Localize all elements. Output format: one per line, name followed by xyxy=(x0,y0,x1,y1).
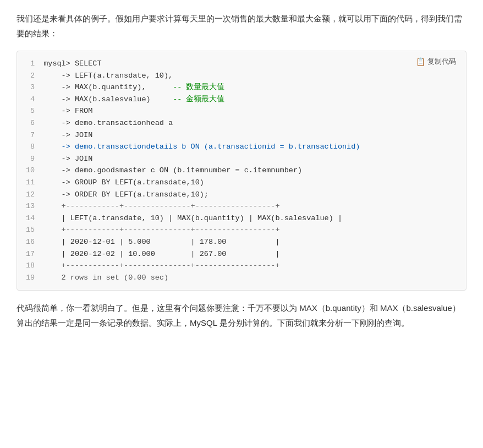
line-number: 16 xyxy=(17,236,41,248)
code-line: 13 +------------+---------------+-------… xyxy=(17,200,466,212)
code-line: 14 | LEFT(a.transdate, 10) | MAX(b.quant… xyxy=(17,212,466,225)
line-number: 2 xyxy=(17,70,41,82)
code-line: 6 -> demo.transactionhead a xyxy=(17,117,466,129)
line-content: | 2020-12-01 | 5.000 | 178.00 | xyxy=(41,236,466,248)
line-content: -> JOIN xyxy=(41,129,466,141)
code-line: 2 -> LEFT(a.transdate, 10), xyxy=(17,70,466,82)
line-number: 18 xyxy=(17,260,41,272)
line-content: mysql> SELECT xyxy=(41,58,466,70)
line-content: 2 rows in set (0.00 sec) xyxy=(41,272,466,284)
code-line: 9 -> JOIN xyxy=(17,153,466,165)
copy-button[interactable]: 📋 复制代码 xyxy=(413,56,459,68)
line-content: -> demo.goodsmaster c ON (b.itemnumber =… xyxy=(41,165,466,177)
code-line: 11 -> GROUP BY LEFT(a.transdate,10) xyxy=(17,177,466,189)
code-line: 1mysql> SELECT xyxy=(17,58,466,70)
code-line: 16 | 2020-12-01 | 5.000 | 178.00 | xyxy=(17,236,466,248)
line-content: -> demo.transactiondetails b ON (a.trans… xyxy=(41,141,466,153)
line-content: -> demo.transactionhead a xyxy=(41,117,466,129)
line-content: | 2020-12-02 | 10.000 | 267.00 | xyxy=(41,248,466,260)
line-number: 10 xyxy=(17,165,41,177)
code-line: 19 2 rows in set (0.00 sec) xyxy=(17,272,466,284)
line-number: 6 xyxy=(17,117,41,129)
copy-icon: 📋 xyxy=(416,57,425,66)
line-content: +------------+---------------+----------… xyxy=(41,224,466,236)
line-number: 12 xyxy=(17,189,41,201)
code-block: 📋 复制代码 1mysql> SELECT2 -> LEFT(a.transda… xyxy=(17,51,466,291)
outro-paragraph: 代码很简单，你一看就明白了。但是，这里有个问题你要注意：千万不要以为 MAX（b… xyxy=(17,301,466,330)
line-content: | LEFT(a.transdate, 10) | MAX(b.quantity… xyxy=(41,212,466,225)
line-number: 7 xyxy=(17,129,41,141)
line-content: -> JOIN xyxy=(41,153,466,165)
line-content: -> FROM xyxy=(41,105,466,117)
code-line: 7 -> JOIN xyxy=(17,129,466,141)
line-number: 3 xyxy=(17,81,41,94)
line-number: 11 xyxy=(17,177,41,189)
line-number: 4 xyxy=(17,94,41,106)
copy-label: 复制代码 xyxy=(427,57,456,67)
line-number: 17 xyxy=(17,248,41,260)
line-number: 14 xyxy=(17,212,41,225)
line-number: 5 xyxy=(17,105,41,117)
code-table: 1mysql> SELECT2 -> LEFT(a.transdate, 10)… xyxy=(17,58,466,283)
line-number: 9 xyxy=(17,153,41,165)
line-number: 1 xyxy=(17,58,41,70)
intro-paragraph: 我们还是来看具体的例子。假如用户要求计算每天里的一次销售的最大数量和最大金额，就… xyxy=(17,11,466,41)
code-line: 10 -> demo.goodsmaster c ON (b.itemnumbe… xyxy=(17,165,466,177)
line-content: -> ORDER BY LEFT(a.transdate,10); xyxy=(41,189,466,201)
code-line: 18 +------------+---------------+-------… xyxy=(17,260,466,272)
line-content: -> MAX(b.quantity), -- 数量最大值 xyxy=(41,81,466,94)
code-line: 12 -> ORDER BY LEFT(a.transdate,10); xyxy=(17,189,466,201)
line-number: 13 xyxy=(17,200,41,212)
code-line: 17 | 2020-12-02 | 10.000 | 267.00 | xyxy=(17,248,466,260)
code-line: 8 -> demo.transactiondetails b ON (a.tra… xyxy=(17,141,466,153)
line-content: -> MAX(b.salesvalue) -- 金额最大值 xyxy=(41,94,466,106)
line-content: +------------+---------------+----------… xyxy=(41,260,466,272)
code-line: 15 +------------+---------------+-------… xyxy=(17,224,466,236)
code-line: 5 -> FROM xyxy=(17,105,466,117)
line-content: -> LEFT(a.transdate, 10), xyxy=(41,70,466,82)
line-number: 8 xyxy=(17,141,41,153)
line-content: -> GROUP BY LEFT(a.transdate,10) xyxy=(41,177,466,189)
line-number: 19 xyxy=(17,272,41,284)
line-number: 15 xyxy=(17,224,41,236)
code-line: 4 -> MAX(b.salesvalue) -- 金额最大值 xyxy=(17,94,466,106)
line-content: +------------+---------------+----------… xyxy=(41,200,466,212)
code-line: 3 -> MAX(b.quantity), -- 数量最大值 xyxy=(17,81,466,94)
